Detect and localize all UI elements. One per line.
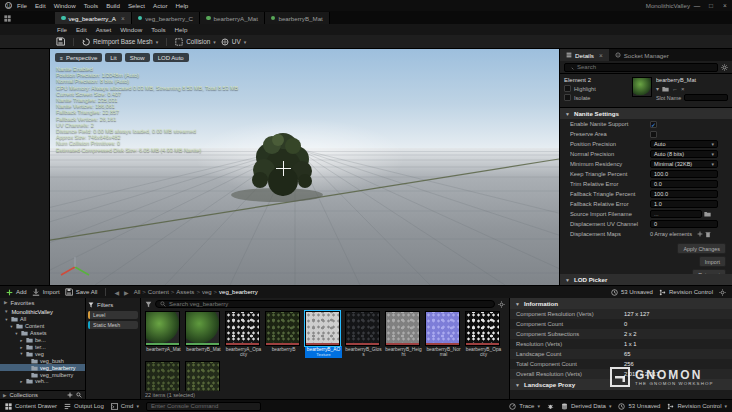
breadcrumb-veg-bearberry[interactable]: veg_bearberry <box>219 289 258 295</box>
collision-dropdown[interactable]: Collision ▾ <box>175 38 216 46</box>
information-header[interactable]: ▼Information <box>510 298 732 309</box>
input-keep-triangle-percent[interactable]: 100.0 <box>650 170 718 178</box>
menu-edit[interactable]: Edit <box>35 2 46 9</box>
checkbox-enable-nanite-support[interactable]: ✓ <box>650 121 657 128</box>
save-all-button[interactable]: Save All <box>65 288 98 296</box>
back-button[interactable]: ◀ <box>114 289 119 296</box>
import-button[interactable]: Import <box>32 288 60 296</box>
add-collection-icon[interactable] <box>67 392 73 398</box>
maximize-button[interactable]: □ <box>704 2 718 9</box>
asset-tile-bearberryb-ao[interactable]: bearberryB_AOTexture <box>305 311 342 358</box>
material-name[interactable]: bearberryB_Mat <box>656 77 728 83</box>
asset-tile-bearberrya-opacity[interactable]: bearberryA_Opacity <box>225 311 262 358</box>
dropdown-normal-precision[interactable]: Auto (8 bits)▾ <box>650 150 718 158</box>
project-root[interactable]: ▼MonolithicValley <box>0 307 85 316</box>
view-settings-icon[interactable] <box>498 301 505 308</box>
breadcrumb-all[interactable]: All <box>134 289 141 295</box>
tree-item-all[interactable]: ▾ All <box>0 316 85 323</box>
tree-item-veg-bearberry[interactable]: veg_bearberry <box>0 364 85 371</box>
button-import[interactable]: Import <box>699 256 726 267</box>
input-fallback-relative-error[interactable]: 1.0 <box>650 200 718 208</box>
filter-pill-static-mesh[interactable]: Static Mesh <box>88 321 138 329</box>
settings-gear-icon[interactable] <box>719 289 726 296</box>
editor-menu-edit[interactable]: Edit <box>76 26 87 33</box>
lod-picker-header[interactable]: ▼LOD Picker <box>560 274 732 285</box>
asset-tile-texture[interactable] <box>185 361 222 391</box>
menu-build[interactable]: Build <box>106 2 120 9</box>
output-log-button[interactable]: Output Log <box>64 403 104 410</box>
content-drawer-button[interactable]: Content Drawer <box>5 403 57 410</box>
reimport-base-mesh-button[interactable]: Reimport Base Mesh ▾ <box>82 38 158 46</box>
breadcrumb-assets[interactable]: Assets <box>176 289 194 295</box>
editor-menu-tools[interactable]: Tools <box>151 26 165 33</box>
editor-menu-window[interactable]: Window <box>120 26 142 33</box>
editor-tab-veg-bearberry-a[interactable]: veg_bearberry_A × <box>55 12 132 24</box>
3d-viewport[interactable]: Nanite EnabledPosition Precision: 1/2048… <box>50 49 559 285</box>
browse-folder-icon[interactable] <box>704 211 711 217</box>
asset-tile-bearberryb-mat[interactable]: bearberryB_Mat <box>185 311 222 358</box>
input-trim-relative-error[interactable]: 0.0 <box>650 180 718 188</box>
unsaved-status[interactable]: 53 Unsaved <box>618 403 660 410</box>
tree-item-be[interactable]: ▸ be... <box>0 337 85 344</box>
close-button[interactable]: × <box>718 2 732 9</box>
funnel-icon[interactable] <box>145 301 152 308</box>
details-search-input[interactable]: Search <box>564 63 718 72</box>
chevron-down-icon[interactable]: ▾ <box>156 39 159 45</box>
button-apply-changes[interactable]: Apply Changes <box>677 243 726 254</box>
menu-select[interactable]: Select <box>128 2 145 9</box>
funnel-icon[interactable] <box>88 302 94 308</box>
asset-tile-bearberryb-height[interactable]: bearberryB_Height <box>385 311 422 358</box>
input-displacement-uv-channel[interactable]: 0 <box>650 220 718 228</box>
tree-item-assets[interactable]: ▾ Assets <box>0 330 85 337</box>
menu-window[interactable]: Window <box>54 2 76 9</box>
tree-item-ter[interactable]: ▸ ter... <box>0 344 85 351</box>
editor-menu-asset[interactable]: Asset <box>96 26 111 33</box>
browse-to-asset-icon[interactable] <box>662 86 669 92</box>
tree-item-veg-bush[interactable]: veg_bush <box>0 357 85 364</box>
revision-control-button[interactable]: Revision Control <box>659 289 713 296</box>
tree-item-veg[interactable]: ▾ veg <box>0 350 85 357</box>
unsaved-status[interactable]: 53 Unsaved <box>611 289 653 296</box>
menu-file[interactable]: File <box>17 2 27 9</box>
menu-help[interactable]: Help <box>176 2 189 9</box>
editor-tab-bearberrya-mat[interactable]: bearberryA_Mat <box>200 12 265 24</box>
nanite-settings-header[interactable]: ▼Nanite Settings <box>560 108 732 119</box>
clear-material-icon[interactable]: × <box>681 86 685 92</box>
input-source-import-filename[interactable]: ... <box>650 210 702 218</box>
derived-data-button[interactable]: Derived Data ▾ <box>561 403 612 410</box>
material-select-dropdown-icon[interactable]: ▾ <box>656 85 659 92</box>
viewport-button-lit[interactable]: Lit <box>105 53 121 62</box>
add-element-icon[interactable] <box>697 231 703 237</box>
add-button[interactable]: Add <box>6 289 27 296</box>
revision-control-button[interactable]: Revision Control ▾ <box>667 403 727 410</box>
search-icon[interactable] <box>76 392 82 398</box>
filter-pill-level[interactable]: Level <box>88 311 138 319</box>
save-icon[interactable] <box>56 37 65 46</box>
favorites-header[interactable]: ▶Favorites <box>0 298 85 307</box>
dropdown-position-precision[interactable]: Auto▾ <box>650 140 718 148</box>
input-fallback-triangle-percent[interactable]: 100.0 <box>650 190 718 198</box>
menu-actor[interactable]: Actor <box>153 2 167 9</box>
viewport-button-show[interactable]: Show <box>125 53 150 62</box>
landscape-proxy-header[interactable]: ▼Landscape Proxy <box>510 379 732 390</box>
asset-tile-bearberryb-gloss[interactable]: bearberryB_Gloss <box>345 311 382 358</box>
tab-details[interactable]: Details × <box>560 49 609 61</box>
tree-item-veh[interactable]: ▸ veh... <box>0 378 85 385</box>
menu-tools[interactable]: Tools <box>84 2 98 9</box>
tab-socket-manager[interactable]: Socket Manager <box>609 49 675 61</box>
dropdown-minimum-residency[interactable]: Minimal (32KB)▾ <box>650 160 718 168</box>
editor-tab-veg-bearberry-c[interactable]: veg_bearberry_C <box>132 12 200 24</box>
gear-icon[interactable] <box>721 64 728 71</box>
asset-tile-texture[interactable] <box>145 361 182 391</box>
close-tab-icon[interactable]: × <box>121 15 125 22</box>
forward-button[interactable]: ▶ <box>124 289 129 296</box>
checkbox-preserve-area[interactable] <box>650 131 657 138</box>
layout-grid-icon[interactable] <box>4 15 11 22</box>
breadcrumb-veg[interactable]: veg <box>202 289 212 295</box>
highlight-checkbox[interactable] <box>564 85 571 92</box>
material-thumbnail[interactable] <box>632 77 652 97</box>
isolate-checkbox[interactable] <box>564 94 571 101</box>
slot-name-input[interactable] <box>684 94 728 101</box>
asset-search-input[interactable]: Search veg_bearberry <box>155 300 495 309</box>
trace-button[interactable]: Trace ▾ <box>509 403 540 410</box>
